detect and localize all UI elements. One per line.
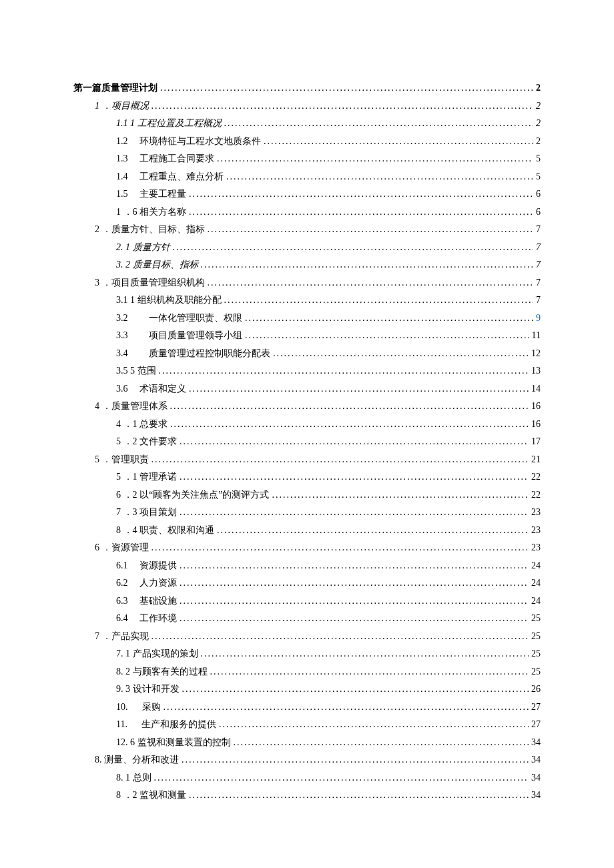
toc-dot-leader [164, 703, 529, 712]
toc-entry-page: 7 [533, 278, 541, 288]
toc-entry-page: 14 [529, 384, 541, 394]
toc-dot-leader [151, 543, 529, 552]
toc-entry-label: 3.4 质量管理过程控制职能分配表 [116, 349, 273, 358]
toc-entry[interactable]: 12. 6 监视和测量装置的控制34 [116, 738, 541, 747]
toc-entry-label: 1.1 1 工程位置及工程概况 [116, 119, 224, 128]
toc-dot-leader [180, 596, 529, 606]
toc-entry-page: 24 [529, 561, 541, 570]
toc-entry[interactable]: 10. 采购27 [116, 703, 541, 712]
toc-entry[interactable]: 8. 1 总则34 [116, 773, 541, 783]
toc-entry-page: 2 [533, 83, 541, 93]
toc-entry[interactable]: 1 ．6 相关方名称6 [116, 207, 541, 217]
toc-dot-leader [180, 578, 529, 588]
toc-entry[interactable]: 6.3 基础设施24 [116, 596, 541, 606]
toc-entry-page: 9 [533, 314, 541, 323]
toc-entry-label: 5 ．1 管理承诺 [116, 472, 180, 482]
toc-entry[interactable]: 3. 2 质量目标、指标7 [116, 260, 541, 270]
toc-entry-label: 5 ．2 文件要求 [116, 437, 180, 446]
toc-entry[interactable]: 7 ．3 项目策划23 [116, 508, 541, 517]
toc-entry-label: 7 ．3 项目策划 [116, 508, 180, 517]
toc-entry[interactable]: 2 ．质量方针、目标、指标7 [95, 225, 541, 234]
toc-entry-page: 12 [529, 349, 541, 358]
toc-entry-page: 16 [529, 420, 541, 429]
toc-entry[interactable]: 9. 3 设计和开发26 [116, 685, 541, 694]
toc-entry-label: 1 ．项目概况 [95, 101, 151, 111]
toc-entry[interactable]: 3.4 质量管理过程控制职能分配表12 [116, 349, 541, 358]
toc-entry-page: 2 [533, 101, 541, 111]
toc-entry[interactable]: 3.1 1 组织机构及职能分配7 [116, 296, 541, 305]
toc-entry-page: 27 [529, 703, 541, 712]
toc-entry[interactable]: 3.2 一体化管理职责、权限9 [116, 314, 541, 323]
toc-dot-leader [170, 420, 529, 429]
toc-entry[interactable]: 3 ．项目质量管理组织机构7 [95, 278, 541, 288]
toc-entry[interactable]: 7 ．产品实现25 [95, 632, 541, 641]
toc-entry-page: 34 [529, 738, 541, 747]
toc-entry[interactable]: 8 ．4 职责、权限和沟通23 [116, 526, 541, 535]
toc-entry-label: 3.3 项目质量管理领导小组 [116, 331, 245, 340]
toc-entry[interactable]: 1.4 工程重点、难点分析5 [116, 172, 541, 181]
toc-entry-label: 8 ．2 监视和测量 [116, 791, 189, 800]
toc-entry-label: 3.6 术语和定义 [116, 384, 189, 394]
toc-dot-leader [224, 296, 534, 305]
toc-entry[interactable]: 1.1 1 工程位置及工程概况2 [116, 119, 541, 128]
toc-entry-page: 25 [529, 667, 541, 677]
toc-dot-leader [210, 667, 529, 677]
toc-entry[interactable]: 6 ．资源管理23 [95, 543, 541, 552]
toc-entry[interactable]: 第一篇质量管理计划2 [73, 83, 541, 93]
toc-entry-label: 7. 1 产品实现的策划 [116, 649, 201, 659]
toc-dot-leader [151, 455, 529, 464]
toc-entry[interactable]: 11. 生产和服务的提供27 [116, 720, 541, 729]
toc-entry-label: 2. 1 质量方针 [116, 243, 173, 252]
toc-entry-label: 1.3 工程施工合同要求 [116, 154, 217, 163]
toc-dot-leader [245, 331, 529, 340]
toc-entry[interactable]: 3.5 5 范围13 [116, 366, 541, 376]
toc-entry[interactable]: 6.4 工作环境25 [116, 614, 541, 623]
toc-entry-page: 6 [533, 189, 541, 199]
toc-entry-page: 7 [533, 243, 541, 252]
toc-entry[interactable]: 1 ．项目概况2 [95, 101, 541, 111]
toc-entry-page: 5 [533, 154, 541, 163]
toc-entry[interactable]: 1.5 主要工程量6 [116, 189, 541, 199]
toc-entry-page: 7 [533, 296, 541, 305]
toc-entry[interactable]: 3.6 术语和定义14 [116, 384, 541, 394]
toc-dot-leader [201, 260, 534, 270]
toc-dot-leader [201, 649, 529, 659]
toc-entry-page: 6 [533, 207, 541, 217]
toc-dot-leader [189, 384, 529, 394]
toc-entry[interactable]: 6 ．2 以“顾客为关注焦点”的测评方式22 [116, 490, 541, 500]
toc-entry[interactable]: 1.2 环境特征与工程水文地质条件2 [116, 137, 541, 146]
toc-dot-leader [273, 349, 529, 358]
toc-entry[interactable]: 4 ．1 总要求16 [116, 420, 541, 429]
toc-dot-leader [226, 172, 533, 181]
toc-dot-leader [170, 402, 529, 411]
toc-entry[interactable]: 8. 2 与顾客有关的过程25 [116, 667, 541, 677]
toc-entry-label: 4 ．质量管理体系 [95, 402, 170, 411]
toc-entry-label: 3. 2 质量目标、指标 [116, 260, 201, 270]
toc-entry[interactable]: 6.1 资源提供24 [116, 561, 541, 570]
toc-entry[interactable]: 8 ．2 监视和测量34 [116, 791, 541, 800]
toc-entry-page: 11 [529, 331, 541, 340]
toc-entry[interactable]: 1.3 工程施工合同要求5 [116, 154, 541, 163]
toc-entry[interactable]: 2. 1 质量方针7 [116, 243, 541, 252]
toc-entry-label: 6 ．2 以“顾客为关注焦点”的测评方式 [116, 490, 272, 500]
toc-entry[interactable]: 5 ．管理职责21 [95, 455, 541, 464]
toc-entry-page: 13 [529, 366, 541, 376]
toc-entry-page: 24 [529, 596, 541, 606]
toc-entry[interactable]: 4 ．质量管理体系16 [95, 402, 541, 411]
toc-entry[interactable]: 6.2 人力资源24 [116, 578, 541, 588]
toc-entry-page: 27 [529, 720, 541, 729]
toc-dot-leader [217, 526, 529, 535]
toc-entry-page: 7 [533, 225, 541, 234]
toc-entry[interactable]: 3.3 项目质量管理领导小组11 [116, 331, 541, 340]
toc-entry[interactable]: 7. 1 产品实现的策划25 [116, 649, 541, 659]
toc-entry-label: 6.3 基础设施 [116, 596, 180, 606]
toc-entry[interactable]: 5 ．2 文件要求17 [116, 437, 541, 446]
toc-dot-leader [234, 738, 529, 747]
toc-entry-page: 22 [529, 472, 541, 482]
toc-entry[interactable]: 8. 测量、分析和改进34 [95, 755, 541, 765]
toc-dot-leader [217, 154, 533, 163]
toc-entry-label: 1.5 主要工程量 [116, 189, 189, 199]
toc-entry-page: 34 [529, 791, 541, 800]
toc-entry[interactable]: 5 ．1 管理承诺22 [116, 472, 541, 482]
toc-entry-label: 3.1 1 组织机构及职能分配 [116, 296, 224, 305]
